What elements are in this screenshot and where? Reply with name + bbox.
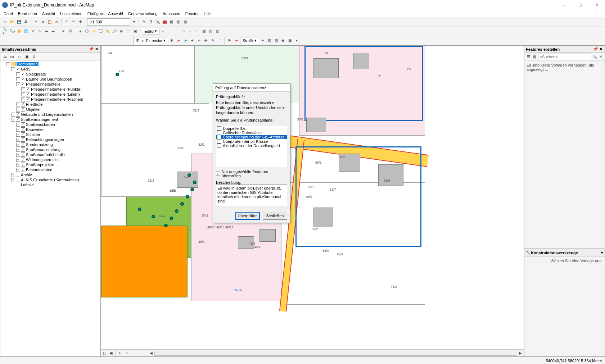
menu-geoverarbeitung[interactable]: Geoverarbeitung bbox=[128, 12, 158, 16]
pit-flag-icon[interactable]: ⚑ bbox=[226, 37, 233, 44]
search-icon[interactable]: 🔍 bbox=[154, 19, 161, 25]
list-by-drawing-icon[interactable]: 🗂 bbox=[2, 54, 8, 60]
measure-icon[interactable]: 📏 bbox=[104, 28, 111, 35]
pit-road-3-icon[interactable]: ▨ bbox=[273, 37, 280, 44]
tree-item[interactable]: Pflegeeinheitenteile bbox=[26, 82, 60, 86]
tree-item[interactable]: Archiv bbox=[21, 173, 32, 177]
tree-item[interactable]: Straßenaufbrüche alle bbox=[26, 153, 65, 157]
filter-icon[interactable]: ☰ bbox=[526, 54, 531, 60]
pit-edit-icon[interactable]: ✎ bbox=[209, 37, 216, 44]
toc-tree[interactable]: -Demodaten -✓GRIS +✓Spielgeräte +✓Bäume … bbox=[0, 61, 100, 356]
identify-icon[interactable]: ⓘ bbox=[84, 28, 90, 35]
list-item[interactable]: Doppelte IDs bbox=[223, 126, 246, 131]
chevron-down-icon[interactable]: ▾ bbox=[131, 19, 137, 25]
create-features-icon[interactable]: ▥ bbox=[215, 28, 221, 35]
save-icon[interactable]: 💾 bbox=[16, 19, 22, 25]
menu-fenster[interactable]: Fenster bbox=[185, 12, 199, 16]
pin-icon[interactable]: 📌 bbox=[89, 47, 94, 51]
redo-icon[interactable]: ↷ bbox=[70, 19, 77, 25]
menu-anpassen[interactable]: Anpassen bbox=[163, 12, 180, 16]
tree-item[interactable]: Pflegeeinheitenteile (Punkte) bbox=[31, 87, 82, 91]
scroll-left-icon[interactable]: ◀ bbox=[148, 350, 154, 356]
list-by-visibility-icon[interactable]: ◇ bbox=[16, 54, 23, 60]
full-extent-icon[interactable]: 🌐 bbox=[23, 28, 29, 35]
dialog-title[interactable]: Prüfung auf Datenkonsistenz bbox=[213, 84, 290, 92]
pit-note-icon[interactable]: 📄 bbox=[216, 37, 223, 44]
editor-toolbar-icon[interactable]: ✎ bbox=[141, 19, 147, 25]
html-popup-icon[interactable]: 💬 bbox=[98, 28, 104, 35]
tree-item-root[interactable]: Demodaten bbox=[17, 62, 39, 66]
checkbox[interactable] bbox=[217, 131, 221, 135]
list-item[interactable]: Gelöschte Datensätze bbox=[223, 131, 262, 135]
menu-lesezeichen[interactable]: Lesezeichen bbox=[60, 12, 82, 16]
new-icon[interactable]: □ bbox=[2, 19, 9, 25]
print-icon[interactable]: 🖶 bbox=[23, 19, 29, 25]
attributes-icon[interactable]: ▦ bbox=[201, 28, 207, 35]
pit-tool-1-icon[interactable]: ✱ bbox=[168, 37, 175, 44]
chevron-down-icon[interactable]: ▾ bbox=[294, 37, 300, 44]
pan-icon[interactable]: ✋ bbox=[16, 28, 22, 35]
tree-item[interactable]: Beleuchtungsanlagen bbox=[26, 137, 64, 142]
only-selected-checkbox[interactable]: ✓ bbox=[216, 172, 220, 176]
tree-item[interactable]: Bestandsdaten bbox=[26, 168, 52, 172]
tree-item[interactable]: ALKIS Grundkarte (Kartendienst) bbox=[21, 178, 79, 182]
cut-poly-icon[interactable]: ✂ bbox=[180, 28, 187, 35]
hyperlink-icon[interactable]: ⚡ bbox=[91, 28, 97, 35]
check-button[interactable]: Überprüfen bbox=[235, 212, 260, 220]
sketch-props-icon[interactable]: ▤ bbox=[208, 28, 214, 35]
fixed-zoom-out-icon[interactable]: ⤡ bbox=[36, 28, 43, 35]
list-by-source-icon[interactable]: 🗃 bbox=[9, 54, 15, 60]
viewer-icon[interactable]: ▣ bbox=[132, 28, 138, 35]
pause-icon[interactable]: ⏸ bbox=[123, 350, 130, 356]
xy-icon[interactable]: ⊕ bbox=[118, 28, 125, 35]
pit-tool-4-icon[interactable]: ✦ bbox=[189, 37, 195, 44]
rotate-icon[interactable]: ↻ bbox=[194, 28, 200, 35]
list-by-selection-icon[interactable]: ▣ bbox=[23, 54, 30, 60]
tree-item[interactable]: Schilder bbox=[26, 132, 40, 137]
features-search-input[interactable] bbox=[538, 54, 591, 60]
next-extent-icon[interactable]: ➡ bbox=[50, 28, 57, 35]
tree-item[interactable]: Straßenmanagement bbox=[21, 117, 58, 122]
expand-icon[interactable]: ▾ bbox=[601, 250, 603, 255]
split-icon[interactable]: ⑅ bbox=[187, 28, 194, 35]
pit-arrow-icon[interactable]: ➜ bbox=[233, 37, 240, 44]
tree-item[interactable]: Straßenschäden bbox=[26, 122, 55, 127]
delete-icon[interactable]: ✕ bbox=[53, 19, 60, 25]
find-icon[interactable]: 🔎 bbox=[111, 28, 118, 35]
menu-bearbeiten[interactable]: Bearbeiten bbox=[18, 12, 37, 16]
undo-icon[interactable]: ↶ bbox=[63, 19, 70, 25]
clear-icon[interactable]: ✕ bbox=[598, 54, 603, 60]
tree-item[interactable]: Bauwerke bbox=[26, 127, 44, 132]
paste-icon[interactable]: 📋 bbox=[46, 19, 53, 25]
check-list[interactable]: Doppelte IDs Gelöschte Datensätze ✓Übere… bbox=[216, 126, 287, 167]
pit-road-2-icon[interactable]: ▧ bbox=[266, 37, 273, 44]
close-icon[interactable]: ✕ bbox=[94, 47, 99, 51]
reshape-icon[interactable]: 〰 bbox=[173, 28, 180, 35]
pointer-icon[interactable]: ▲ bbox=[77, 28, 83, 35]
pit-tool-6-icon[interactable]: ❖ bbox=[203, 37, 209, 44]
python-icon[interactable]: ▦ bbox=[168, 19, 175, 25]
layout-view-icon[interactable]: ▣ bbox=[108, 350, 114, 356]
list-item[interactable]: Überprüfen der pit-Klasse bbox=[223, 139, 268, 144]
close-icon[interactable]: ✕ bbox=[598, 47, 603, 51]
toolbox-icon[interactable]: 🧰 bbox=[161, 19, 168, 25]
strasse-dropdown[interactable]: Straße ▾ bbox=[240, 37, 259, 44]
checkbox[interactable]: ✓ bbox=[217, 135, 221, 139]
tree-item[interactable]: Luftbild bbox=[21, 183, 33, 187]
open-icon[interactable]: 📂 bbox=[9, 19, 15, 25]
close-dialog-button[interactable]: Schließen bbox=[263, 212, 287, 220]
clear-selection-icon[interactable]: ☒ bbox=[67, 28, 73, 35]
tree-item[interactable]: Widmungsbereich bbox=[26, 158, 58, 162]
description-textarea[interactable]: Es wird in jedem pit-Layer überprüft, ob… bbox=[216, 185, 287, 206]
catalog-icon[interactable]: 🗄 bbox=[148, 19, 154, 25]
map-canvas[interactable]: 34 53/3 51 21 20 33/3 32/1 31/2 33/5 54/… bbox=[101, 46, 524, 349]
menu-einfugen[interactable]: Einfügen bbox=[87, 12, 103, 16]
checkbox[interactable] bbox=[217, 126, 221, 131]
tree-item[interactable]: Pflegeeinheitenteile (Flächen) bbox=[31, 97, 83, 101]
pit-tool-5-icon[interactable]: ✧ bbox=[196, 37, 202, 44]
pin-icon[interactable]: 📌 bbox=[593, 47, 598, 51]
checkbox[interactable] bbox=[217, 139, 221, 144]
tree-item[interactable]: Gebäude und Liegenschaften bbox=[21, 112, 73, 117]
tree-item[interactable]: Friedhöfe bbox=[26, 102, 42, 106]
menu-hilfe[interactable]: Hilfe bbox=[204, 12, 212, 16]
